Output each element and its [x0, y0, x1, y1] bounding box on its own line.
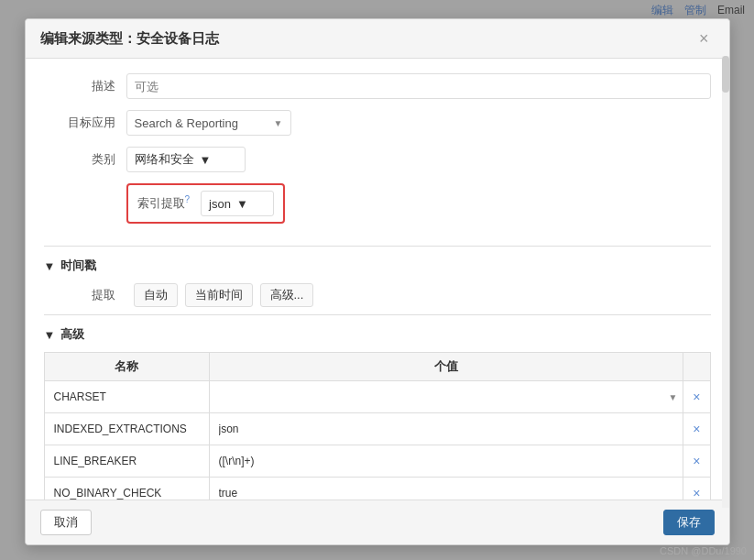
modal-dialog: 编辑来源类型：安全设备日志 × 描述 目标应用 Search & Reporti…	[25, 18, 730, 545]
table-row: ×	[44, 478, 710, 500]
chevron-down-icon: ▼	[236, 197, 248, 211]
description-row: 描述	[44, 73, 711, 99]
table-row: ▼×	[44, 381, 710, 413]
row-name-input[interactable]	[50, 449, 203, 473]
delete-row-button[interactable]: ×	[689, 388, 704, 406]
col-action-header	[683, 353, 710, 381]
advanced-section-header[interactable]: ▼ 高级	[44, 326, 711, 343]
description-label: 描述	[44, 78, 126, 94]
collapse-icon: ▼	[44, 328, 56, 342]
advanced-divider	[44, 314, 711, 315]
table-row: ×	[44, 413, 710, 445]
advanced-table: 名称 个值 ▼××××××	[44, 352, 711, 500]
table-row: ×	[44, 445, 710, 478]
category-row: 类别 网络和安全 ▼	[44, 147, 711, 172]
row-value-input[interactable]	[215, 385, 669, 409]
save-button[interactable]: 保存	[663, 510, 715, 535]
target-app-label: 目标应用	[44, 115, 126, 131]
col-name-header: 名称	[44, 353, 209, 381]
row-name-input[interactable]	[50, 481, 203, 500]
index-extraction-highlighted-wrap: 索引提取? json ▼	[126, 183, 286, 224]
chevron-down-icon: ▼	[200, 153, 212, 167]
scrollbar-thumb[interactable]	[722, 56, 729, 93]
modal-footer: 取消 保存	[26, 500, 729, 544]
index-extraction-row: 索引提取? json ▼	[44, 183, 711, 235]
time-extract-label: 提取	[44, 287, 126, 303]
category-value: 网络和安全	[135, 151, 194, 168]
modal-body: 描述 目标应用 Search & Reporting ▼ 类别	[26, 59, 729, 500]
time-section-label: 时间戳	[60, 258, 96, 274]
col-value-header: 个值	[209, 353, 683, 381]
collapse-icon: ▼	[44, 259, 56, 273]
chevron-down-icon: ▼	[274, 118, 283, 128]
chevron-down-icon[interactable]: ▼	[668, 392, 677, 402]
target-app-wrap: Search & Reporting ▼	[126, 110, 711, 136]
row-name-input[interactable]	[50, 417, 203, 441]
description-input-wrap	[126, 73, 711, 99]
row-value-input[interactable]	[215, 481, 678, 500]
row-name-input[interactable]	[50, 385, 203, 409]
scrollbar-track[interactable]	[722, 56, 729, 508]
time-advanced-button[interactable]: 高级...	[260, 283, 314, 307]
category-wrap: 网络和安全 ▼	[126, 147, 711, 172]
time-extract-row: 提取 自动 当前时间 高级...	[44, 283, 711, 307]
index-extraction-value: json	[209, 197, 231, 211]
description-input[interactable]	[126, 73, 711, 99]
category-dropdown[interactable]: 网络和安全 ▼	[126, 147, 246, 172]
index-extraction-dropdown[interactable]: json ▼	[201, 191, 274, 216]
modal-header: 编辑来源类型：安全设备日志 ×	[26, 19, 729, 59]
time-current-button[interactable]: 当前时间	[185, 283, 253, 307]
delete-row-button[interactable]: ×	[689, 420, 704, 438]
modal-overlay: 编辑来源类型：安全设备日志 × 描述 目标应用 Search & Reporti…	[0, 0, 754, 560]
time-section-header[interactable]: ▼ 时间戳	[44, 258, 711, 274]
delete-row-button[interactable]: ×	[689, 452, 704, 470]
time-divider	[44, 246, 711, 247]
row-value-input[interactable]	[215, 417, 678, 441]
time-auto-button[interactable]: 自动	[134, 283, 178, 307]
target-app-dropdown[interactable]: Search & Reporting ▼	[126, 110, 291, 136]
modal-title: 编辑来源类型：安全设备日志	[40, 30, 219, 48]
advanced-section-label: 高级	[60, 326, 84, 343]
target-app-value: Search & Reporting	[135, 116, 238, 130]
index-extraction-label: 索引提取?	[137, 194, 191, 212]
category-label: 类别	[44, 151, 126, 168]
delete-row-button[interactable]: ×	[689, 484, 704, 500]
target-app-row: 目标应用 Search & Reporting ▼	[44, 110, 711, 136]
cancel-button[interactable]: 取消	[40, 510, 92, 535]
modal-close-button[interactable]: ×	[694, 28, 715, 49]
row-value-input[interactable]	[215, 449, 678, 473]
watermark: CSDN @DDu/1990	[660, 545, 747, 556]
